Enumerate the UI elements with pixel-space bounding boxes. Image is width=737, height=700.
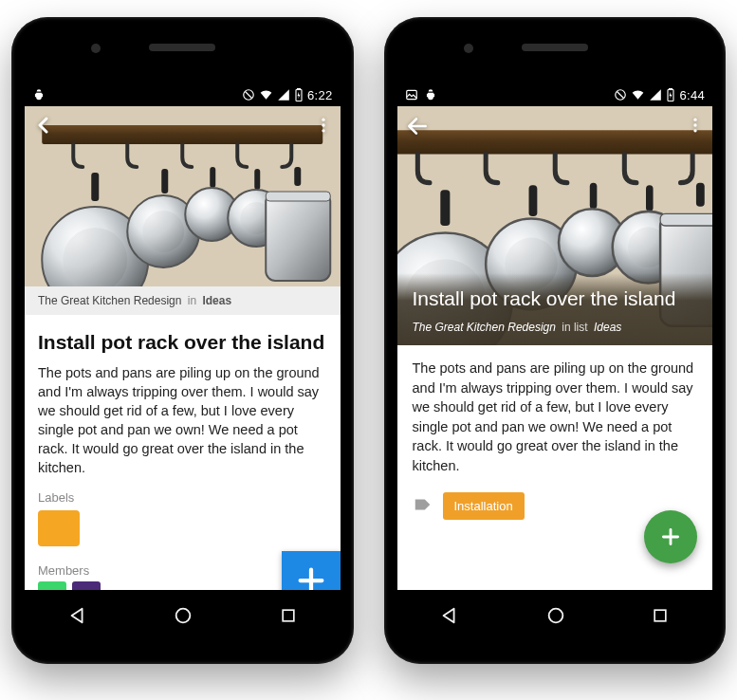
plus-icon [658, 525, 683, 549]
tag-icon [413, 494, 433, 519]
status-time: 6:22 [307, 88, 333, 102]
svg-rect-19 [297, 88, 300, 90]
svg-point-35 [693, 129, 696, 132]
android-nav-bar [397, 596, 713, 639]
in-word: in [188, 294, 196, 307]
svg-point-34 [693, 123, 696, 126]
nav-home[interactable] [545, 605, 566, 630]
svg-point-21 [322, 123, 324, 126]
svg-rect-39 [654, 610, 666, 621]
signal-icon [277, 88, 290, 101]
card-title: Install pot rack over the island [38, 330, 327, 354]
svg-line-17 [245, 92, 251, 99]
back-button[interactable] [405, 114, 430, 142]
wifi-icon [259, 88, 273, 101]
signal-icon [649, 88, 662, 101]
board-name: The Great Kitchen Redesign [38, 294, 181, 307]
svg-rect-31 [670, 88, 673, 90]
screen-left: 6:22 The Great Kitchen Redesign in Ideas [25, 83, 341, 590]
android-nav-bar [25, 596, 341, 639]
svg-point-20 [322, 119, 324, 121]
card-description: The pots and pans are piling up on the g… [38, 363, 327, 477]
nav-recent[interactable] [651, 606, 670, 629]
phone-left: 6:22 The Great Kitchen Redesign in Ideas [11, 17, 354, 664]
svg-point-38 [548, 609, 562, 623]
add-fab[interactable] [282, 551, 341, 590]
label-pill[interactable]: Installation [443, 492, 525, 520]
content-area: Install pot rack over the island The pot… [25, 315, 341, 590]
svg-point-33 [693, 119, 696, 121]
nav-back[interactable] [439, 605, 460, 630]
labels-heading: Labels [38, 490, 327, 505]
bug-icon [32, 88, 46, 101]
status-time: 6:44 [679, 88, 705, 102]
label-chip[interactable] [38, 510, 80, 546]
svg-point-22 [322, 129, 324, 132]
nav-home[interactable] [173, 605, 193, 630]
overflow-menu-button[interactable] [314, 114, 333, 140]
status-bar: 6:44 [397, 83, 713, 106]
status-bar: 6:22 [25, 83, 341, 106]
back-button[interactable] [32, 114, 55, 140]
svg-point-25 [176, 609, 191, 623]
screen-right: 6:44 Install pot rack over the island [397, 83, 713, 590]
nav-recent[interactable] [279, 606, 298, 629]
bug-icon [424, 88, 437, 101]
member-avatar[interactable] [38, 581, 66, 590]
content-area: The pots and pans are piling up on the g… [397, 345, 713, 577]
overflow-menu-button[interactable] [686, 114, 705, 142]
image-icon [405, 88, 418, 101]
list-name: Ideas [594, 321, 621, 334]
meta-bar: The Great Kitchen Redesign in Ideas [25, 286, 341, 315]
battery-icon [294, 88, 304, 102]
cover-image: Install pot rack over the island The Gre… [397, 106, 713, 345]
block-icon [242, 88, 255, 101]
card-title: Install pot rack over the island [413, 286, 698, 311]
member-avatar[interactable] [72, 581, 101, 590]
nav-back[interactable] [67, 605, 88, 630]
card-subtitle: The Great Kitchen Redesign in list Ideas [413, 321, 698, 334]
add-fab[interactable] [644, 510, 697, 563]
wifi-icon [631, 88, 645, 101]
battery-icon [666, 88, 675, 102]
in-words: in list [562, 321, 587, 334]
cover-image [25, 106, 341, 286]
board-name: The Great Kitchen Redesign [413, 321, 556, 334]
card-description: The pots and pans are piling up on the g… [413, 359, 698, 475]
svg-rect-26 [283, 610, 294, 621]
list-name: Ideas [202, 294, 231, 307]
plus-icon [295, 564, 327, 590]
phone-right: 6:44 Install pot rack over the island [384, 17, 727, 664]
svg-line-29 [617, 92, 624, 99]
block-icon [614, 88, 627, 101]
hero-overlay: Install pot rack over the island The Gre… [397, 273, 713, 345]
